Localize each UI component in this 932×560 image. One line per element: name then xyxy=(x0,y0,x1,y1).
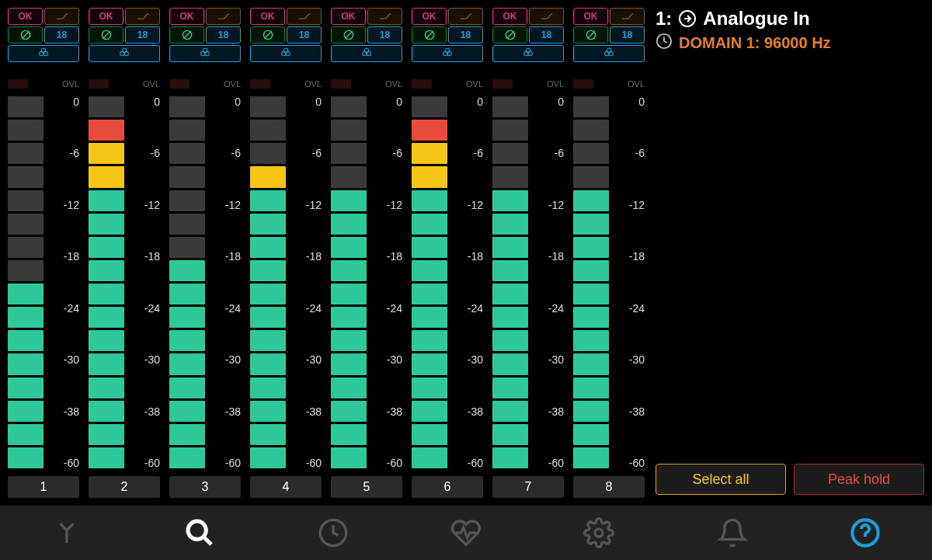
svg-point-34 xyxy=(188,521,206,539)
ovl-light xyxy=(331,79,351,89)
ovl-light xyxy=(169,79,190,89)
level-meter xyxy=(250,96,286,468)
eq-curve-badge[interactable] xyxy=(125,8,160,25)
ovl-light xyxy=(89,79,109,89)
phase-badge[interactable] xyxy=(169,26,204,43)
gain-badge[interactable]: 18 xyxy=(529,26,564,43)
nav-settings[interactable] xyxy=(579,513,618,552)
link-badge[interactable] xyxy=(331,45,402,62)
level-meter xyxy=(89,96,124,468)
ok-badge[interactable]: OK xyxy=(573,8,608,25)
gain-badge[interactable]: 18 xyxy=(287,26,322,43)
gain-badge[interactable]: 18 xyxy=(610,26,645,43)
ovl-light xyxy=(412,79,432,89)
ovl-label: OVL xyxy=(112,79,160,89)
svg-point-3 xyxy=(41,48,45,52)
db-scale: 0-6-12-18-24-30-38-60 xyxy=(124,96,160,468)
nav-help[interactable] xyxy=(846,513,885,552)
eq-curve-badge[interactable] xyxy=(287,8,322,25)
channel-title: 1: Analogue In xyxy=(656,8,924,30)
db-scale: 0-6-12-18-24-30-38-60 xyxy=(447,96,483,468)
gain-badge[interactable]: 18 xyxy=(448,26,483,43)
eq-curve-badge[interactable] xyxy=(448,8,483,25)
ok-badge[interactable]: OK xyxy=(412,8,447,25)
svg-point-19 xyxy=(364,48,368,52)
level-meter xyxy=(169,96,205,468)
channel-label[interactable]: 3 xyxy=(169,476,241,498)
svg-point-11 xyxy=(203,48,207,52)
clock-icon xyxy=(656,33,673,54)
gain-badge[interactable]: 18 xyxy=(367,26,402,43)
eq-curve-badge[interactable] xyxy=(367,8,402,25)
phase-badge[interactable] xyxy=(412,26,447,43)
nav-health[interactable] xyxy=(447,513,485,552)
ok-badge[interactable]: OK xyxy=(8,8,43,25)
channel-label[interactable]: 7 xyxy=(492,476,564,498)
phase-badge[interactable] xyxy=(331,26,366,43)
level-meter xyxy=(8,96,43,468)
channel-strip: OK18OVL0-6-12-18-24-30-38-607 xyxy=(492,8,564,498)
nav-clock[interactable] xyxy=(314,513,353,552)
link-badge[interactable] xyxy=(89,45,160,62)
channel-label[interactable]: 1 xyxy=(8,476,79,498)
nav-search[interactable] xyxy=(180,513,219,552)
ovl-label: OVL xyxy=(31,79,79,89)
svg-point-27 xyxy=(526,48,530,52)
link-badge[interactable] xyxy=(169,45,241,62)
channel-label[interactable]: 5 xyxy=(331,476,402,498)
eq-curve-badge[interactable] xyxy=(610,8,645,25)
ovl-light xyxy=(8,79,28,89)
phase-badge[interactable] xyxy=(8,26,43,43)
ovl-label: OVL xyxy=(596,79,645,89)
phase-badge[interactable] xyxy=(573,26,608,43)
eq-curve-badge[interactable] xyxy=(529,8,564,25)
ovl-light xyxy=(250,79,270,89)
gain-badge[interactable]: 18 xyxy=(44,26,79,43)
link-badge[interactable] xyxy=(573,45,645,62)
channel-label[interactable]: 4 xyxy=(250,476,322,498)
ok-badge[interactable]: OK xyxy=(331,8,366,25)
channel-label[interactable]: 8 xyxy=(573,476,645,498)
link-badge[interactable] xyxy=(492,45,564,62)
select-all-button[interactable]: Select all xyxy=(656,464,786,495)
eq-curve-badge[interactable] xyxy=(44,8,79,25)
ok-badge[interactable]: OK xyxy=(169,8,204,25)
channel-label[interactable]: 2 xyxy=(89,476,160,498)
ovl-label: OVL xyxy=(435,79,483,89)
eq-curve-badge[interactable] xyxy=(206,8,241,25)
peak-hold-button[interactable]: Peak hold xyxy=(794,464,924,495)
ok-badge[interactable]: OK xyxy=(89,8,123,25)
svg-point-31 xyxy=(607,48,610,52)
ovl-light xyxy=(492,79,513,89)
ok-badge[interactable]: OK xyxy=(492,8,527,25)
ovl-label: OVL xyxy=(193,79,241,89)
nav-routing[interactable] xyxy=(47,513,86,552)
db-scale: 0-6-12-18-24-30-38-60 xyxy=(367,96,402,468)
phase-badge[interactable] xyxy=(250,26,285,43)
phase-badge[interactable] xyxy=(89,26,123,43)
gain-badge[interactable]: 18 xyxy=(125,26,160,43)
nav-alerts[interactable] xyxy=(713,513,752,552)
link-badge[interactable] xyxy=(412,45,483,62)
ovl-label: OVL xyxy=(273,79,322,89)
svg-point-7 xyxy=(122,48,126,52)
svg-point-23 xyxy=(445,48,449,52)
domain-info: DOMAIN 1: 96000 Hz xyxy=(656,33,924,54)
channel-label[interactable]: 6 xyxy=(412,476,483,498)
level-meter xyxy=(573,96,609,468)
channel-strip: OK18OVL0-6-12-18-24-30-38-604 xyxy=(250,8,322,498)
svg-point-15 xyxy=(283,48,287,52)
bottom-nav xyxy=(0,506,932,560)
link-badge[interactable] xyxy=(250,45,322,62)
db-scale: 0-6-12-18-24-30-38-60 xyxy=(286,96,322,468)
level-meter xyxy=(492,96,528,468)
channel-strip: OK18OVL0-6-12-18-24-30-38-606 xyxy=(412,8,483,498)
link-badge[interactable] xyxy=(8,45,79,62)
ok-badge[interactable]: OK xyxy=(250,8,285,25)
db-scale: 0-6-12-18-24-30-38-60 xyxy=(528,96,564,468)
gain-badge[interactable]: 18 xyxy=(206,26,241,43)
input-icon xyxy=(678,9,697,28)
ovl-label: OVL xyxy=(354,79,402,89)
phase-badge[interactable] xyxy=(492,26,527,43)
level-meter xyxy=(331,96,367,468)
